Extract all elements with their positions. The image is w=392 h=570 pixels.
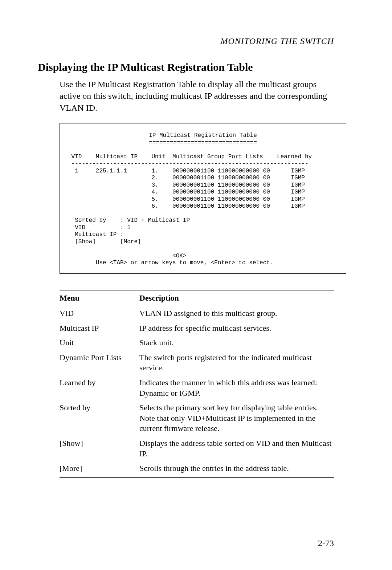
cell-menu: [Show] bbox=[60, 436, 139, 461]
terminal-output: IP Multicast Registration Table=========… bbox=[68, 132, 338, 267]
cell-description: VLAN ID assigned to this multicast group… bbox=[139, 306, 334, 321]
cell-menu: [More] bbox=[60, 461, 139, 478]
terminal-frame: IP Multicast Registration Table=========… bbox=[60, 123, 346, 274]
terminal-vid: VID : 1 bbox=[68, 224, 131, 231]
terminal-ok: <OK> bbox=[68, 253, 186, 259]
terminal-row: 4. 000000001100 110000000000 00 IGMP bbox=[68, 189, 305, 195]
cell-description: IP address for specific multicast servic… bbox=[139, 321, 334, 336]
description-table: Menu Description VID VLAN ID assigned to… bbox=[60, 290, 334, 478]
terminal-row: 1 225.1.1.1 1. 000000001100 110000000000… bbox=[68, 168, 305, 174]
table-row: Learned by Indicates the manner in which… bbox=[60, 375, 334, 400]
cell-description: Indicates the manner in which this addre… bbox=[139, 375, 334, 400]
intro-paragraph: Use the IP Multicast Registration Table … bbox=[60, 78, 334, 114]
cell-description: Stack unit. bbox=[139, 335, 334, 350]
terminal-columns: VID Multicast IP Unit Multicast Group Po… bbox=[68, 154, 312, 160]
table-row: [Show] Displays the address table sorted… bbox=[60, 436, 334, 461]
cell-menu: Unit bbox=[60, 335, 139, 350]
table-row: Multicast IP IP address for specific mul… bbox=[60, 321, 334, 336]
cell-menu: VID bbox=[60, 306, 139, 321]
terminal-row: 6. 000000001100 110000000000 00 IGMP bbox=[68, 203, 305, 209]
page: MONITORING THE SWITCH Displaying the IP … bbox=[0, 0, 392, 570]
cell-description: Scrolls through the entries in the addre… bbox=[139, 461, 334, 478]
table-header-row: Menu Description bbox=[60, 290, 334, 306]
column-header-menu: Menu bbox=[60, 290, 139, 306]
table-row: VID VLAN ID assigned to this multicast g… bbox=[60, 306, 334, 321]
terminal-sorted-by: Sorted by : VID + Multicast IP bbox=[68, 217, 190, 224]
terminal-title: IP Multicast Registration Table bbox=[68, 132, 338, 139]
cell-menu: Multicast IP bbox=[60, 321, 139, 336]
column-header-description: Description bbox=[139, 290, 334, 306]
cell-description: Selects the primary sort key for display… bbox=[139, 400, 334, 436]
cell-menu: Dynamic Port Lists bbox=[60, 350, 139, 375]
cell-menu: Learned by bbox=[60, 375, 139, 400]
terminal-row: 5. 000000001100 110000000000 00 IGMP bbox=[68, 196, 305, 203]
terminal-buttons: [Show] [More] bbox=[68, 239, 141, 245]
table-row: Dynamic Port Lists The switch ports regi… bbox=[60, 350, 334, 375]
cell-description: Displays the address table sorted on VID… bbox=[139, 436, 334, 461]
cell-description: The switch ports registered for the indi… bbox=[139, 350, 334, 375]
terminal-row: 3. 000000001100 110000000000 00 IGMP bbox=[68, 182, 305, 188]
table-row: [More] Scrolls through the entries in th… bbox=[60, 461, 334, 478]
terminal-row: 2. 000000001100 110000000000 00 IGMP bbox=[68, 175, 305, 181]
page-number: 2-73 bbox=[318, 538, 334, 548]
table-row: Unit Stack unit. bbox=[60, 335, 334, 350]
section-heading: Displaying the IP Multicast Registration… bbox=[38, 61, 334, 73]
terminal-divider: ----------------------------------------… bbox=[68, 160, 309, 167]
terminal-help: Use <TAB> or arrow keys to move, <Enter>… bbox=[68, 260, 274, 266]
cell-menu: Sorted by bbox=[60, 400, 139, 436]
table-row: Sorted by Selects the primary sort key f… bbox=[60, 400, 334, 436]
terminal-underline: =============================== bbox=[68, 139, 338, 147]
terminal-multicast-ip: Multicast IP : bbox=[68, 231, 124, 238]
running-head: MONITORING THE SWITCH bbox=[220, 36, 334, 46]
